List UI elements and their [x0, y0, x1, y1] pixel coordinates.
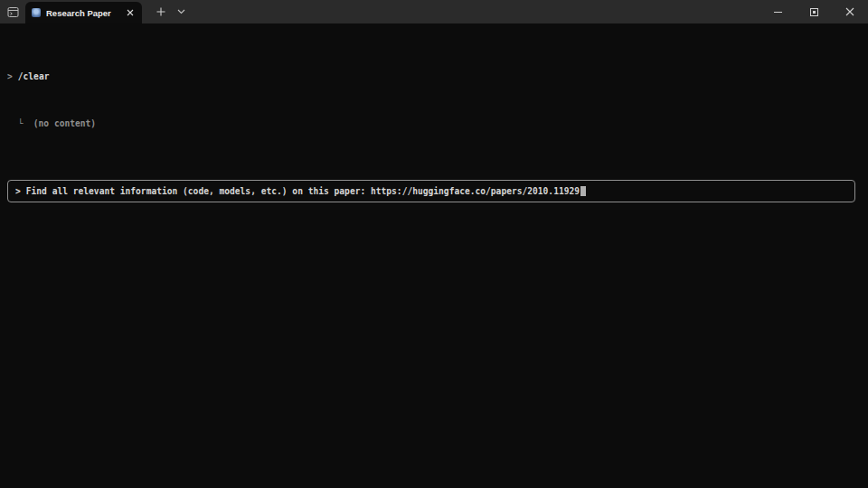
history-result: (no content)	[33, 118, 96, 128]
chevron-down-icon	[177, 9, 185, 14]
minimize-button[interactable]	[760, 0, 796, 23]
titlebar-drag-region	[189, 0, 760, 23]
maximize-button[interactable]	[796, 0, 832, 23]
input-value: Find all relevant information (code, mod…	[26, 185, 580, 197]
tab-label: Research Paper	[46, 8, 123, 18]
minimize-icon	[774, 12, 782, 13]
terminal-content[interactable]: >/clear └(no content) > Find all relevan…	[0, 23, 868, 488]
maximize-icon	[810, 8, 818, 16]
new-tab-button[interactable]	[152, 3, 170, 21]
text-cursor	[580, 186, 586, 196]
titlebar: Research Paper	[0, 0, 868, 23]
app-favicon-icon	[32, 8, 41, 17]
tab-research-paper[interactable]: Research Paper	[25, 2, 142, 23]
terminal-icon	[7, 6, 19, 18]
history-prompt: >	[7, 71, 13, 81]
plus-icon	[156, 7, 165, 16]
history-command: /clear	[18, 71, 50, 81]
history-line-result: └(no content)	[7, 117, 861, 129]
terminal-app-icon-wrap	[0, 0, 25, 23]
prompt-input[interactable]: > Find all relevant information (code, m…	[7, 180, 855, 202]
input-prompt: >	[15, 185, 21, 197]
close-button[interactable]	[832, 0, 868, 23]
elbow-connector-icon: └	[18, 118, 24, 128]
tab-dropdown-button[interactable]	[173, 3, 189, 21]
tab-close-icon[interactable]	[123, 5, 137, 20]
close-icon	[845, 7, 854, 16]
terminal-window: Research Paper	[0, 0, 868, 488]
history-line-command: >/clear	[7, 70, 861, 82]
